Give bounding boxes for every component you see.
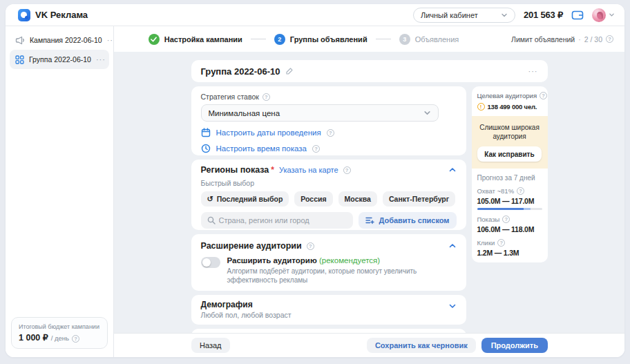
audience-expansion-card: Расширение аудитории ? Расширить аудитор… <box>191 234 466 291</box>
setup-dates-link[interactable]: Настроить даты проведения ? <box>201 128 457 137</box>
help-icon[interactable]: ? <box>343 166 351 174</box>
metric-clicks: Клики ? 1.2M — 1.3M <box>477 239 542 257</box>
add-list-button[interactable]: Добавить списком <box>359 212 456 229</box>
fix-audience-button[interactable]: Как исправить <box>477 146 541 162</box>
back-button[interactable]: Назад <box>191 338 230 353</box>
help-icon[interactable]: ? <box>72 335 79 343</box>
forecast-section: Прогноз за 7 дней Охват ~81% ? 105.0M — … <box>477 169 542 257</box>
budget-amount: 1 000 ₽ <box>19 332 48 343</box>
bid-strategy-select[interactable]: Минимальная цена <box>201 104 439 122</box>
sidebar-item-label: Группа 2022-06-10 <box>29 55 91 64</box>
more-menu-icon[interactable]: ··· <box>528 68 538 75</box>
sidebar-item-label: Кампания 2022-06-10 <box>30 36 102 44</box>
user-menu[interactable] <box>592 8 615 22</box>
help-icon[interactable]: ? <box>502 215 510 223</box>
bid-strategy-label: Стратегия ставок <box>201 93 259 101</box>
bid-strategy-card: Стратегия ставок ? Минимальная цена <box>191 86 466 155</box>
reach-progress-bar <box>477 208 542 210</box>
setup-schedule-link[interactable]: Настроить время показа ? <box>201 144 457 153</box>
add-list-icon <box>365 216 374 224</box>
search-icon <box>207 216 216 224</box>
step-divider <box>376 39 391 39</box>
ads-limit-value: 2 / 30 <box>584 35 602 44</box>
brand-name: VK Реклама <box>35 10 88 20</box>
warning-text-line2: аудитория <box>476 132 544 141</box>
step-label: Группы объявлений <box>290 35 368 44</box>
chip-russia[interactable]: Россия <box>294 191 332 207</box>
region-search-input[interactable] <box>201 212 354 229</box>
expand-audience-toggle[interactable] <box>201 257 220 268</box>
chip-label: Санкт-Петербург <box>389 195 449 203</box>
calendar-icon <box>201 128 211 137</box>
wallet-icon[interactable] <box>571 10 584 21</box>
step-ad-groups[interactable]: 2 Группы объявлений <box>274 34 368 45</box>
help-icon[interactable]: ? <box>262 93 270 101</box>
forecast-title: Прогноз за 7 дней <box>477 174 542 182</box>
toggle-description: Алгоритм подберёт аудитории, которые пом… <box>227 267 457 285</box>
help-icon[interactable]: ? <box>312 145 320 153</box>
setup-dates-label: Настроить даты проведения <box>216 128 321 137</box>
help-icon[interactable]: ? <box>327 129 334 137</box>
step-label: Настройка кампании <box>164 35 242 44</box>
warning-icon: ! <box>477 103 485 111</box>
collapse-chevron-up-icon[interactable] <box>448 242 457 250</box>
metric-reach: Охват ~81% ? 105.0M — 117.0M <box>477 187 542 210</box>
ads-limit: Лимит объявлений · 2 / 30 ? <box>511 26 613 52</box>
wizard-footer: Назад Сохранить как черновик Продолжить <box>114 333 624 357</box>
save-draft-button[interactable]: Сохранить как черновик <box>367 338 476 353</box>
help-icon[interactable]: ? <box>540 92 547 99</box>
help-icon[interactable]: ? <box>307 242 314 250</box>
demography-card[interactable]: Демография Любой пол, любой возраст <box>191 295 466 325</box>
help-icon[interactable]: ? <box>497 239 505 247</box>
chip-last-choice[interactable]: ↺ Последний выбор <box>201 191 289 207</box>
audience-title: Целевая аудитория <box>477 92 537 99</box>
metric-value: 106.0M — 118.0M <box>477 225 542 233</box>
chip-label: Москва <box>345 195 371 203</box>
collapse-chevron-up-icon[interactable] <box>448 166 457 174</box>
setup-schedule-label: Настроить время показа <box>216 144 307 153</box>
target-audience-panel: Целевая аудитория ? ! 138 499 000 чел. С… <box>472 86 548 262</box>
sidebar-item-group[interactable]: Группа 2022-06-10 ··· <box>10 50 109 69</box>
budget-suffix: / день <box>51 334 69 342</box>
step-divider <box>251 39 266 39</box>
metric-value: 1.2M — 1.3M <box>477 249 542 257</box>
history-icon: ↺ <box>207 195 213 203</box>
demography-title: Демография <box>201 300 448 309</box>
wizard-stepper: Настройка кампании 2 Группы объявлений 3… <box>114 26 624 52</box>
metric-impressions: Показы ? 106.0M — 118.0M <box>477 215 542 233</box>
chip-moscow[interactable]: Москва <box>338 191 377 207</box>
more-menu-icon[interactable]: ··· <box>96 56 106 64</box>
balance-amount: 201 563 ₽ <box>524 10 563 20</box>
megaphone-icon <box>15 36 25 45</box>
check-icon <box>149 34 160 45</box>
chip-spb[interactable]: Санкт-Петербург <box>383 191 455 207</box>
metric-value: 105.0M — 117.0M <box>477 197 542 205</box>
add-list-label: Добавить списком <box>379 216 449 224</box>
campaign-budget-card: Итоговый бюджет кампании 1 000 ₽ / день … <box>11 317 108 349</box>
help-icon[interactable]: ? <box>517 187 524 195</box>
quick-pick-label: Быстрый выбор <box>201 179 457 187</box>
edit-pencil-icon[interactable] <box>285 67 294 75</box>
brand[interactable]: VK Реклама <box>18 9 88 21</box>
metric-label: Клики <box>477 239 495 247</box>
clock-icon <box>201 144 211 153</box>
continue-button[interactable]: Продолжить <box>481 338 548 353</box>
audience-size: 138 499 000 чел. <box>488 103 537 111</box>
expand-chevron-down-icon[interactable] <box>448 302 457 310</box>
audience-warning-box: Слишком широкая аудитория Как исправить <box>472 116 548 169</box>
toggle-hint: (рекомендуется) <box>319 256 380 265</box>
bid-strategy-value: Минимальная цена <box>209 109 423 117</box>
help-icon[interactable]: ? <box>606 35 613 43</box>
account-selector-value: Личный кабинет <box>421 11 478 19</box>
step-ads[interactable]: 3 Объявления <box>399 34 459 45</box>
sidebar-item-campaign[interactable]: Кампания 2022-06-10 ··· <box>10 30 109 50</box>
chevron-down-icon <box>423 109 431 117</box>
group-title-card: Группа 2022-06-10 ··· <box>191 60 548 82</box>
budget-label: Итоговый бюджет кампании <box>19 323 100 330</box>
vk-ads-logo-icon <box>18 9 30 21</box>
account-selector[interactable]: Личный кабинет <box>413 8 515 23</box>
step-campaign-settings[interactable]: Настройка кампании <box>149 34 242 45</box>
chevron-down-icon <box>609 12 615 18</box>
map-link[interactable]: Указать на карте <box>279 166 338 174</box>
toggle-label: Расширить аудиторию <box>227 256 317 265</box>
